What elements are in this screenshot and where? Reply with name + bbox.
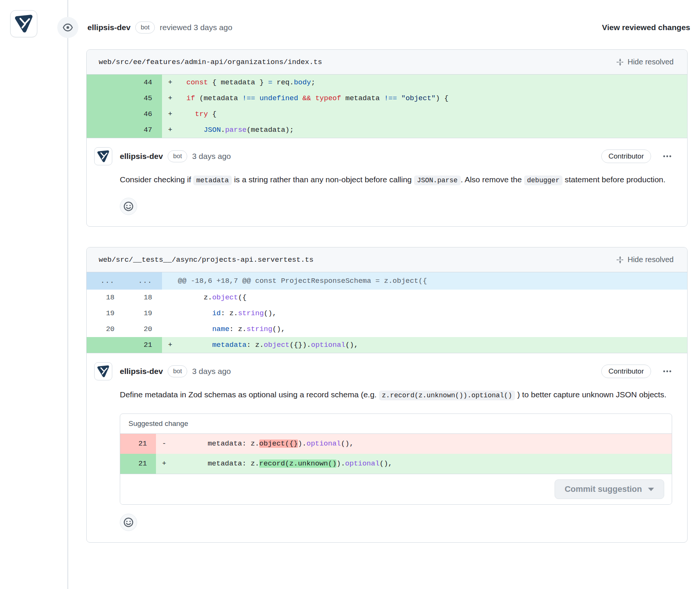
code-token: z. [178, 293, 212, 302]
suggested-change-footer: Commit suggestion [120, 474, 672, 504]
code-token: body [294, 78, 311, 87]
code-token: req. [272, 78, 294, 87]
bot-badge: bot [135, 21, 155, 34]
view-reviewed-changes-link[interactable]: View reviewed changes [602, 23, 690, 32]
comment-author-avatar[interactable] [94, 147, 112, 165]
comment-author-name[interactable]: ellipsis-dev [120, 367, 163, 376]
old-line-number [87, 122, 124, 138]
old-line-number: 20 [87, 321, 124, 337]
file-header: web/src/ee/features/admin-api/organizati… [87, 50, 687, 75]
file-path-link[interactable]: web/src/__tests__/async/projects-api.ser… [99, 256, 313, 264]
diff-line: 21+ metadata: z.object({}).optional(), [87, 337, 687, 353]
code-token [178, 341, 212, 349]
code-token: : z. [229, 325, 247, 333]
diff-sign [162, 305, 178, 321]
comment-main: ellipsis-dev bot 3 days ago Contributor … [120, 362, 672, 531]
code-token: optional [311, 341, 345, 349]
code-token: (), [379, 459, 392, 468]
code-line: @@ -18,6 +18,7 @@ const ProjectResponseS… [178, 272, 687, 290]
new-line-number: 47 [124, 122, 162, 138]
code-token: ; [311, 78, 315, 87]
new-line-number: 46 [124, 106, 162, 122]
hide-resolved-label: Hide resolved [628, 255, 674, 264]
diff-line: 2020 name: z.string(), [87, 321, 687, 337]
comment-author-name[interactable]: ellipsis-dev [120, 152, 163, 161]
code-token: = [268, 78, 272, 87]
code-token [178, 78, 186, 87]
code-token: if [186, 94, 195, 102]
reviewer-avatar[interactable] [10, 10, 37, 37]
eye-icon [57, 17, 78, 38]
code-token: @@ -18,6 +18,7 @@ const ProjectResponseS… [178, 277, 427, 285]
diff-line: 1919 id: z.string(), [87, 305, 687, 321]
comment-body: Define metadata in Zod schemas as option… [120, 386, 672, 404]
code-line: if (metadata !== undefined && typeof met… [178, 90, 687, 106]
bot-badge: bot [168, 365, 187, 377]
diff-line: ......@@ -18,6 +18,7 @@ const ProjectRes… [87, 272, 687, 290]
diff-sign [162, 321, 178, 337]
code-token [255, 94, 259, 102]
code-token: ). [298, 439, 307, 448]
ellipsis-logo-icon [96, 150, 110, 163]
hide-resolved-button[interactable]: Hide resolved [616, 255, 674, 264]
suggestion-diff-line: 21- metadata: z.object({}).optional(), [120, 434, 672, 454]
code-token: optional [306, 439, 341, 448]
code-token [178, 110, 195, 118]
eye-icon-glyph [63, 22, 73, 33]
code-token: !== [384, 94, 397, 102]
comment-timestamp[interactable]: 3 days ago [192, 152, 231, 161]
inline-code: z.record(z.unknown()).optional() [379, 391, 515, 400]
code-token: "object" [401, 94, 436, 102]
comment-timestamp[interactable]: 3 days ago [192, 367, 231, 376]
code-token: string [238, 309, 264, 317]
diff-sign: - [156, 434, 173, 454]
add-reaction-button[interactable] [120, 198, 137, 215]
code-token: (), [341, 439, 354, 448]
code-token: { [208, 110, 217, 118]
file-path-link[interactable]: web/src/ee/features/admin-api/organizati… [99, 58, 322, 66]
kebab-icon [662, 366, 672, 376]
code-token: : z. [221, 309, 238, 317]
code-token: (), [264, 309, 277, 317]
code-token: metadata [341, 94, 384, 102]
file-header: web/src/__tests__/async/projects-api.ser… [87, 247, 687, 272]
comment-options-button[interactable] [662, 366, 672, 376]
code-token: (metadata [195, 94, 242, 102]
inline-code: debugger [524, 175, 562, 185]
code-token: optional [345, 459, 379, 468]
code-token [298, 94, 302, 102]
suggestion-diff-line: 21+ metadata: z.record(z.unknown()).opti… [120, 454, 672, 474]
diff-sign [162, 272, 178, 290]
code-line: metadata: z.object({}).optional(), [178, 337, 687, 353]
comment-author-avatar[interactable] [94, 362, 112, 380]
add-reaction-button[interactable] [120, 514, 137, 531]
contributor-badge: Contributor [601, 150, 651, 163]
suggested-change-diff: 21- metadata: z.object({}).optional(),21… [120, 434, 672, 474]
hide-resolved-button[interactable]: Hide resolved [616, 58, 674, 66]
code-line: z.object({ [178, 290, 687, 305]
ellipsis-logo-icon [96, 365, 110, 378]
code-token: const [186, 78, 208, 87]
contributor-badge: Contributor [601, 365, 651, 378]
old-line-number [87, 106, 124, 122]
new-line-number: 44 [124, 75, 162, 90]
code-token: : z. [246, 341, 264, 349]
code-line: const { metadata } = req.body; [178, 75, 687, 90]
code-token: && [303, 94, 311, 102]
diff-view: ......@@ -18,6 +18,7 @@ const ProjectRes… [87, 272, 687, 353]
code-line: name: z.string(), [178, 321, 687, 337]
review-action-text: reviewed 3 days ago [160, 23, 232, 32]
code-token: ) { [436, 94, 448, 102]
code-token: string [246, 325, 272, 333]
ellipsis-logo-icon [14, 14, 34, 34]
comment-options-button[interactable] [662, 151, 672, 161]
reviewer-name[interactable]: ellipsis-dev [87, 23, 130, 32]
code-token: name [212, 325, 229, 333]
code-token: try [195, 110, 208, 118]
diff-line: 45+ if (metadata !== undefined && typeof… [87, 90, 687, 106]
commit-suggestion-button[interactable]: Commit suggestion [555, 479, 664, 499]
suggested-change-block: Suggested change 21- metadata: z.object(… [120, 414, 672, 505]
code-token: ({ [238, 293, 247, 302]
new-line-number: 45 [124, 90, 162, 106]
code-token: id [212, 309, 221, 317]
